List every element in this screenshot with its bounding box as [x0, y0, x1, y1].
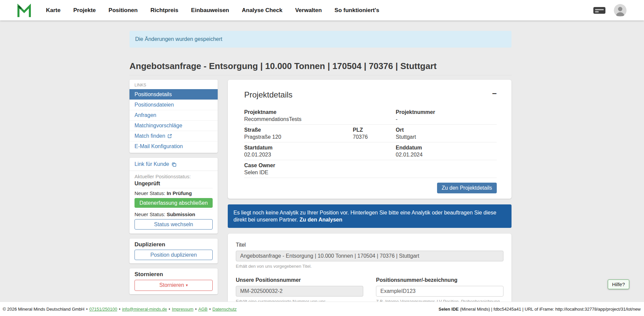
footer-session-details: (Mineral Minds) | fdbc54245a41 | URL of …: [459, 307, 641, 312]
sidebar-item-matchingvorschlaege[interactable]: Matchingvorschläge: [129, 120, 218, 131]
project-row-owner: Case Owner Selen IDE: [244, 160, 497, 178]
sidebar-item-positionsdateien[interactable]: Positionsdateien: [129, 100, 218, 110]
analytics-link[interactable]: Zu den Analysen: [300, 217, 342, 223]
nav-item-positionen[interactable]: Positionen: [109, 7, 138, 14]
next-status-label: Neuer Status:: [135, 211, 165, 217]
project-number-label: Projektnummer: [396, 109, 497, 115]
case-owner-label: Case Owner: [244, 162, 497, 169]
sidebar-item-label: E-Mail Konfiguration: [135, 143, 183, 149]
page-title: Angebotsanfrage - Entsorgung | 10.000 To…: [129, 61, 512, 71]
street-label: Straße: [244, 127, 353, 133]
street-value: Pragstraße 120: [244, 134, 353, 140]
finish-data-entry-button[interactable]: Datenerfassung abschließen: [135, 198, 213, 208]
end-date-label: Enddatum: [396, 144, 497, 151]
title-input: [236, 251, 503, 261]
our-number-label: Unsere Positionsnummer: [236, 277, 301, 283]
nav-item-karte[interactable]: Karte: [46, 7, 60, 14]
position-number-field: Positionsnummer/-bezeichnung Z.B. Intern…: [376, 277, 503, 304]
sidebar-item-match-finden[interactable]: Match finden: [129, 131, 218, 141]
next-status-label: Neuer Status:: [135, 190, 165, 196]
mineral-minds-logo-icon[interactable]: [16, 3, 32, 17]
cancel-title: Stornieren: [135, 271, 213, 278]
footer-separator: •: [119, 307, 120, 312]
nav-item-richtpreis[interactable]: Richtpreis: [150, 7, 178, 14]
cancel-button-label: Stornieren: [159, 282, 184, 288]
project-name-label: Projektname: [244, 109, 396, 115]
nav-item-projekte[interactable]: Projekte: [73, 7, 96, 14]
main-column: Projektdetails − Projektname Recommendat…: [228, 80, 512, 316]
saved-alert: Die Änderungen wurden gespeichert: [129, 31, 512, 48]
footer-separator: •: [195, 307, 197, 312]
sidebar-item-email-konfiguration[interactable]: E-Mail Konfiguration: [129, 141, 218, 151]
sidebar-item-label: Positionsdetails: [135, 91, 172, 98]
project-details-title: Projektdetails: [244, 90, 292, 100]
footer-imprint-link[interactable]: Impressum: [172, 307, 193, 312]
cancel-dropdown-button[interactable]: Stornieren▾: [135, 280, 213, 291]
help-button[interactable]: Hilfe?: [608, 279, 629, 289]
customer-link-label: Link für Kunde: [135, 161, 169, 167]
footer-separator: •: [169, 307, 170, 312]
city-label: Ort: [396, 127, 497, 133]
sidebar-item-label: Anfragen: [135, 112, 156, 118]
project-number-value: -: [396, 116, 497, 122]
sidebar: LINKS Positionsdetails Positionsdateien …: [129, 80, 218, 299]
nav-item-verwalten[interactable]: Verwalten: [295, 7, 322, 14]
duplicate-position-button[interactable]: Position duplizieren: [135, 250, 213, 260]
collapse-icon[interactable]: −: [492, 90, 497, 97]
analytics-banner-text: Es liegt noch keine Analytik zu Ihrer Po…: [233, 210, 496, 223]
sidebar-item-label: Matchingvorschläge: [135, 123, 182, 129]
footer-agb-link[interactable]: AGB: [198, 307, 207, 312]
current-status-label: Aktueller Positionsstatus:: [135, 174, 213, 180]
project-name-value: RecommendationsTests: [244, 116, 396, 122]
current-status-value: Ungeprüft: [135, 180, 213, 187]
analytics-banner: Es liegt noch keine Analytik zu Ihrer Po…: [228, 204, 512, 228]
footer-phone-link[interactable]: 07151/250100: [89, 307, 117, 312]
keyboard-icon[interactable]: [593, 6, 606, 15]
customer-link[interactable]: Link für Kunde: [129, 158, 218, 171]
external-link-icon: [167, 134, 172, 138]
nav-item-analyse-check[interactable]: Analyse Check: [242, 7, 282, 14]
plz-value: 70376: [353, 134, 396, 140]
user-avatar[interactable]: [614, 4, 627, 17]
sidebar-item-anfragen[interactable]: Anfragen: [129, 110, 218, 120]
top-navbar: Karte Projekte Positionen Richtpreis Ein…: [0, 0, 644, 20]
copy-icon: [171, 162, 176, 167]
footer-left: © 2026 Mineral Minds Deutschland GmbH • …: [3, 307, 237, 312]
nav-item-so-funktionierts[interactable]: So funktioniert's: [334, 7, 379, 14]
switch-status-button[interactable]: Status wechseln: [135, 219, 213, 230]
saved-alert-text: Die Änderungen wurden gespeichert: [135, 36, 222, 42]
cancel-card: Stornieren Stornieren▾: [129, 268, 218, 294]
project-details-button[interactable]: Zu den Projektdetails: [437, 183, 497, 193]
page-content: Die Änderungen wurden gespeichert Angebo…: [129, 20, 512, 316]
position-number-input[interactable]: [376, 286, 503, 297]
next-status-value: Submission: [167, 211, 195, 217]
plz-label: PLZ: [353, 127, 396, 133]
footer-session-info: Selen IDE (Mineral Minds) | fdbc54245a41…: [439, 307, 641, 312]
footer-user-name: Selen IDE: [439, 307, 459, 312]
end-date-value: 02.01.2024: [396, 151, 497, 158]
our-number-field: Unsere Positionsnummer Erhält eine syste…: [236, 277, 363, 304]
caret-down-icon: ▾: [186, 282, 188, 289]
footer: © 2026 Mineral Minds Deutschland GmbH • …: [0, 302, 644, 316]
status-card: Link für Kunde Aktueller Positionsstatus…: [129, 158, 218, 234]
next-status-section-1: Neuer Status: In Prüfung Datenerfassung …: [135, 188, 213, 208]
our-number-input: [236, 286, 363, 297]
footer-copyright: © 2026 Mineral Minds Deutschland GmbH: [3, 307, 85, 312]
links-card: LINKS Positionsdetails Positionsdateien …: [129, 80, 218, 153]
start-date-value: 02.01.2023: [244, 151, 396, 158]
start-date-label: Startdatum: [244, 144, 396, 151]
footer-privacy-link[interactable]: Datenschutz: [212, 307, 236, 312]
project-row-address: Straße Pragstraße 120 PLZ 70376 Ort Stut…: [244, 125, 497, 142]
links-header: LINKS: [129, 82, 218, 89]
footer-email-link[interactable]: info@mineral-minds.de: [122, 307, 167, 312]
case-owner-value: Selen IDE: [244, 169, 497, 176]
footer-separator: •: [86, 307, 88, 312]
next-status-section-2: Neuer Status: Submission Status wechseln: [135, 209, 213, 230]
sidebar-item-positionsdetails[interactable]: Positionsdetails: [129, 89, 218, 100]
position-number-label: Positionsnummer/-bezeichnung: [376, 277, 458, 283]
main-nav: Karte Projekte Positionen Richtpreis Ein…: [46, 7, 379, 14]
footer-separator: •: [209, 307, 211, 312]
nav-item-einbauweisen[interactable]: Einbauweisen: [191, 7, 229, 14]
title-field-label: Titel: [236, 242, 246, 248]
sidebar-item-label: Positionsdateien: [135, 102, 174, 108]
